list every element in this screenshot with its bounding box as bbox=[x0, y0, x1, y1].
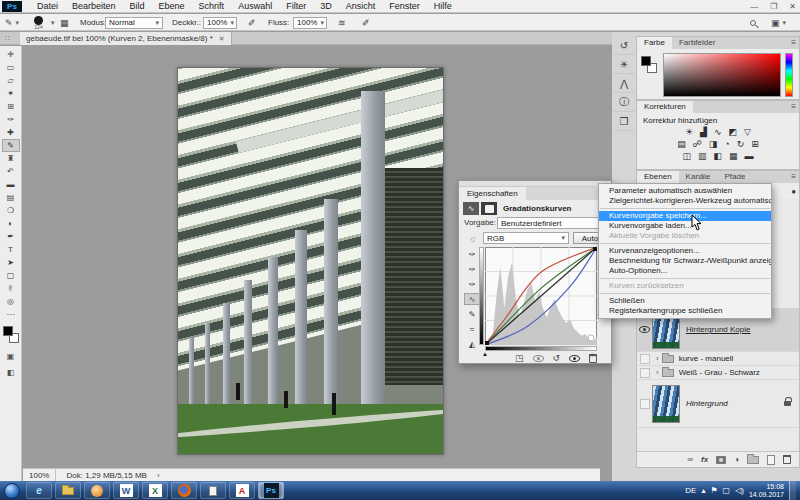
dodge-tool[interactable]: ◐ bbox=[2, 217, 20, 230]
restore-icon[interactable]: ❐ bbox=[770, 2, 777, 11]
layer-thumbnail[interactable] bbox=[652, 385, 680, 423]
curves-graph[interactable] bbox=[485, 247, 597, 345]
delete-adjustment-icon[interactable] bbox=[589, 354, 597, 363]
eyedropper-tool[interactable]: ✑ bbox=[2, 113, 20, 126]
vibrance-icon[interactable]: ▽ bbox=[744, 127, 751, 137]
tab-farbfelder[interactable]: Farbfelder bbox=[672, 37, 722, 49]
layer-name[interactable]: Hintergrund bbox=[686, 399, 728, 408]
info-panel-icon[interactable]: ⓘ bbox=[613, 93, 635, 112]
tool-preset-picker[interactable]: ✎ ▾ bbox=[5, 14, 19, 31]
screen-mode-button[interactable]: ◧ bbox=[2, 366, 20, 379]
color-lookup-icon[interactable]: ⊞ bbox=[751, 139, 759, 149]
layer-name[interactable]: Hintergrund Kopie bbox=[686, 325, 750, 334]
tab-pfade[interactable]: Pfade bbox=[718, 171, 753, 183]
delete-layer-icon[interactable] bbox=[783, 455, 791, 464]
layer-mask-icon[interactable] bbox=[481, 202, 497, 215]
link-layers-icon[interactable]: ∞ bbox=[687, 455, 693, 464]
action-center-flag-icon[interactable]: ⚑ bbox=[710, 486, 717, 495]
taskbar-excel[interactable]: X bbox=[142, 482, 168, 499]
pen-tool[interactable]: ✒ bbox=[2, 230, 20, 243]
selective-color-icon[interactable]: ▦ bbox=[729, 151, 738, 161]
color-field[interactable] bbox=[663, 53, 781, 97]
minimize-icon[interactable]: — bbox=[750, 2, 758, 11]
new-group-icon[interactable] bbox=[747, 456, 759, 464]
histogram-panel-icon[interactable]: ⋀ bbox=[613, 74, 635, 93]
tab-close-icon[interactable]: ✕ bbox=[219, 35, 225, 43]
layer-row[interactable]: ›Weiß - Grau - Schwarz bbox=[637, 366, 799, 380]
menu-item-auswahl[interactable]: Auswahl bbox=[231, 0, 279, 13]
visibility-eye-icon[interactable] bbox=[639, 326, 650, 333]
black-point-eyedropper-icon[interactable]: ✑ bbox=[464, 278, 480, 290]
black-point-slider[interactable]: ▲ bbox=[482, 351, 488, 357]
posterize-icon[interactable]: ▥ bbox=[698, 151, 707, 161]
color-balance-icon[interactable]: ☍ bbox=[693, 139, 702, 149]
history-brush-tool[interactable]: ↶ bbox=[2, 165, 20, 178]
levels-icon[interactable]: ▟ bbox=[700, 127, 707, 137]
tab-farbe[interactable]: Farbe bbox=[637, 37, 672, 49]
exposure-icon[interactable]: ◩ bbox=[729, 127, 738, 137]
curves-icon[interactable]: ∿ bbox=[714, 127, 722, 137]
taskbar-firefox[interactable]: ● bbox=[171, 482, 197, 499]
brush-size-caret[interactable]: ▾ bbox=[48, 14, 55, 31]
taskbar-explorer[interactable] bbox=[55, 482, 81, 499]
draw-curve-icon[interactable]: ✎ bbox=[464, 308, 480, 320]
type-tool[interactable]: T bbox=[2, 243, 20, 256]
edit-points-icon[interactable]: ∿ bbox=[464, 293, 480, 305]
taskbar-word[interactable]: W bbox=[113, 482, 139, 499]
tab-korrekturen[interactable]: Korrekturen bbox=[637, 101, 693, 113]
brightness-contrast-icon[interactable]: ☀ bbox=[685, 127, 693, 137]
language-indicator[interactable]: DE bbox=[685, 486, 696, 495]
clone-stamp-tool[interactable]: ♜ bbox=[2, 152, 20, 165]
brush-tool[interactable]: ✎ bbox=[2, 139, 20, 152]
taskbar-acrobat[interactable]: A bbox=[229, 482, 255, 499]
layer-row[interactable]: Hintergrund bbox=[637, 380, 799, 428]
channel-mixer-icon[interactable]: ↻ bbox=[737, 139, 745, 149]
foreground-color-swatch[interactable] bbox=[641, 56, 651, 66]
tab-ebenen[interactable]: Ebenen bbox=[637, 171, 679, 183]
blend-mode-select[interactable]: Normal▾ bbox=[105, 14, 163, 31]
invert-icon[interactable]: ◫ bbox=[682, 151, 691, 161]
flow-select[interactable]: 100%▾ bbox=[293, 14, 327, 31]
reset-adjustment-icon[interactable]: ↺ bbox=[553, 353, 561, 363]
gradient-map-icon[interactable]: ▬ bbox=[745, 151, 754, 161]
context-menu-item[interactable]: Schließen bbox=[599, 296, 771, 306]
opacity-pressure-button[interactable]: ✐ bbox=[248, 14, 256, 31]
status-arrow-icon[interactable]: › bbox=[157, 471, 160, 480]
menu-item-fenster[interactable]: Fenster bbox=[382, 0, 427, 13]
adjustments-panel-icon[interactable]: ☀ bbox=[613, 55, 635, 74]
context-menu-item[interactable]: Zielgerichtet-korrigieren-Werkzeug autom… bbox=[599, 196, 771, 206]
visibility-off-box[interactable] bbox=[640, 354, 650, 364]
document-image[interactable] bbox=[177, 67, 444, 455]
hue-slider[interactable] bbox=[785, 53, 793, 97]
menu-item-ebene[interactable]: Ebene bbox=[152, 0, 192, 13]
healing-brush-tool[interactable]: ✚ bbox=[2, 126, 20, 139]
taskbar-media-player[interactable]: ◉ bbox=[84, 482, 110, 499]
context-menu-item[interactable]: Auto-Optionen... bbox=[599, 266, 771, 276]
layer-name[interactable]: Weiß - Grau - Schwarz bbox=[679, 368, 760, 377]
crop-tool[interactable]: ⊞ bbox=[2, 100, 20, 113]
context-menu-item[interactable]: Kurvenvorgabe laden... bbox=[599, 221, 771, 231]
gray-point-eyedropper-icon[interactable]: ✑ bbox=[464, 263, 480, 275]
blur-tool[interactable]: ❍ bbox=[2, 204, 20, 217]
menu-item-3d[interactable]: 3D bbox=[313, 0, 339, 13]
workspace-switcher[interactable]: ▣ ▾ bbox=[771, 14, 786, 31]
color-swatches[interactable] bbox=[2, 325, 20, 347]
clock[interactable]: 15:08 14.09.2017 bbox=[749, 483, 784, 499]
volume-icon[interactable]: ◁) bbox=[735, 486, 744, 495]
quick-mask-button[interactable]: ▣ bbox=[2, 350, 20, 363]
menu-item-ansicht[interactable]: Ansicht bbox=[339, 0, 383, 13]
filter-toggle-icon[interactable]: ● bbox=[791, 187, 796, 196]
search-button[interactable] bbox=[750, 14, 756, 31]
gradient-tool[interactable]: ▤ bbox=[2, 191, 20, 204]
airbrush-button[interactable]: ≋ bbox=[338, 14, 346, 31]
preset-select[interactable]: Benutzerdefiniert▾ bbox=[497, 217, 607, 229]
new-adjustment-icon[interactable]: ◑ bbox=[734, 455, 739, 464]
navigator-panel-icon[interactable]: ❐ bbox=[613, 112, 635, 131]
eye-cell[interactable] bbox=[637, 326, 652, 333]
document-tab[interactable]: gebaeude.tif bei 100% (Kurven 2, Ebenenm… bbox=[20, 32, 232, 45]
panel-menu-icon[interactable]: ≡ bbox=[791, 172, 796, 181]
menu-item-bild[interactable]: Bild bbox=[123, 0, 152, 13]
tab-overflow-icon[interactable]: ∷ bbox=[5, 32, 10, 45]
clipping-warning-icon[interactable]: ◭ bbox=[464, 338, 480, 350]
panel-menu-icon[interactable]: ≡ bbox=[791, 38, 796, 47]
